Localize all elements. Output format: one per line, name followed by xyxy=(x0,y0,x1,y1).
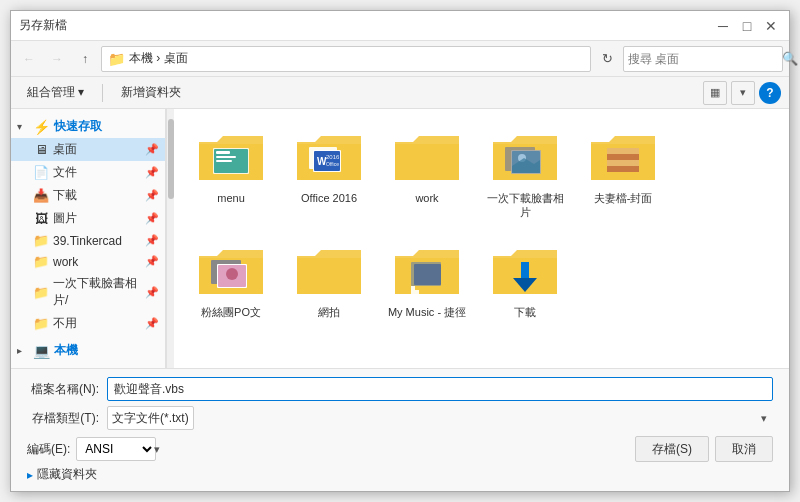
svg-rect-17 xyxy=(607,154,639,160)
file-item-fans[interactable]: 粉絲團PO文 xyxy=(186,235,276,326)
search-box: 🔍 xyxy=(623,46,783,72)
sidebar-item-fb[interactable]: 📁 一次下載臉書相片/ 📌 xyxy=(11,272,165,312)
search-icon: 🔍 xyxy=(782,51,798,66)
breadcrumb-path: 本機 › 桌面 xyxy=(129,50,188,67)
svg-rect-19 xyxy=(607,166,639,172)
filetype-row: 存檔類型(T): 文字文件(*.txt) xyxy=(27,406,773,430)
downloads-icon: 📥 xyxy=(33,188,49,203)
work-icon: 📁 xyxy=(33,254,49,269)
encoding-select-wrapper: ANSI xyxy=(76,437,166,461)
file-item-menu[interactable]: menu xyxy=(186,121,276,227)
refresh-button[interactable]: ↻ xyxy=(595,47,619,71)
close-button[interactable]: ✕ xyxy=(761,16,781,36)
svg-rect-16 xyxy=(607,148,639,154)
address-bar: ← → ↑ 📁 本機 › 桌面 ↻ 🔍 xyxy=(11,41,789,77)
file-label-downloads: 下載 xyxy=(514,305,536,319)
svg-rect-2 xyxy=(216,151,230,154)
file-label-auction: 網拍 xyxy=(318,305,340,319)
this-pc-header[interactable]: ▸ 💻 本機 xyxy=(11,339,165,362)
svg-point-23 xyxy=(226,268,238,280)
organize-button[interactable]: 組合管理 ▾ xyxy=(19,81,92,105)
folder-icon-menu xyxy=(195,128,267,188)
expand-icon: ▾ xyxy=(17,121,29,132)
filename-label: 檔案名稱(N): xyxy=(27,381,107,398)
filename-input[interactable] xyxy=(107,377,773,401)
svg-rect-4 xyxy=(216,160,232,162)
file-item-office2016[interactable]: W 2016 Office Office 2016 xyxy=(284,121,374,227)
file-item-auction[interactable]: 網拍 xyxy=(284,235,374,326)
expand-hidden-icon[interactable]: ▸ xyxy=(27,468,33,482)
minimize-button[interactable]: ─ xyxy=(713,16,733,36)
svg-rect-3 xyxy=(216,156,236,158)
sidebar-item-unused[interactable]: 📁 不用 📌 xyxy=(11,312,165,335)
file-item-fbphotos[interactable]: 一次下載臉書相片 xyxy=(480,121,570,227)
svg-rect-28 xyxy=(521,262,529,280)
folder-svg-work xyxy=(391,128,463,188)
action-buttons: 存檔(S) 取消 xyxy=(635,436,773,462)
window-title: 另存新檔 xyxy=(19,17,67,34)
back-button[interactable]: ← xyxy=(17,47,41,71)
pin-icon: 📌 xyxy=(145,143,159,156)
file-label-fbphotos: 一次下載臉書相片 xyxy=(485,191,565,220)
encoding-label: 編碼(E): xyxy=(27,441,70,458)
sidebar-item-documents[interactable]: 📄 文件 📌 xyxy=(11,161,165,184)
this-pc-section: ▸ 💻 本機 xyxy=(11,337,165,364)
sidebar-documents-label: 文件 xyxy=(53,164,141,181)
filetype-select-wrapper: 文字文件(*.txt) xyxy=(107,406,773,430)
sidebar-item-downloads[interactable]: 📥 下載 📌 xyxy=(11,184,165,207)
quick-access-label: 快速存取 xyxy=(54,118,102,135)
title-bar: 另存新檔 ─ □ ✕ xyxy=(11,11,789,41)
file-item-downloads[interactable]: 下載 xyxy=(480,235,570,326)
up-button[interactable]: ↑ xyxy=(73,47,97,71)
sidebar-downloads-label: 下載 xyxy=(53,187,141,204)
save-button[interactable]: 存檔(S) xyxy=(635,436,709,462)
view-dropdown-button[interactable]: ▾ xyxy=(731,81,755,105)
file-item-couple[interactable]: 夫妻檔-封面 xyxy=(578,121,668,227)
folder-icon-work xyxy=(391,128,463,188)
search-input[interactable] xyxy=(628,52,778,66)
breadcrumb[interactable]: 📁 本機 › 桌面 xyxy=(101,46,591,72)
folder-svg-office2016: W 2016 Office xyxy=(293,128,365,188)
fb-icon: 📁 xyxy=(33,285,49,300)
filetype-label: 存檔類型(T): xyxy=(27,410,107,427)
folder-svg-couple xyxy=(587,128,659,188)
bottom-left: 編碼(E): ANSI xyxy=(27,437,166,461)
sidebar-tinkercad-label: 39.Tinkercad xyxy=(53,234,141,248)
sidebar-item-desktop[interactable]: 🖥 桌面 📌 xyxy=(11,138,165,161)
encoding-select[interactable]: ANSI xyxy=(76,437,156,461)
file-item-mymusic[interactable]: My Music - 捷徑 xyxy=(382,235,472,326)
folder-svg-fbphotos xyxy=(489,128,561,188)
forward-button[interactable]: → xyxy=(45,47,69,71)
folder-svg-mymusic xyxy=(391,242,463,302)
svg-rect-18 xyxy=(607,160,639,166)
this-pc-icon: 💻 xyxy=(33,343,50,359)
folder-icon-auction xyxy=(293,242,365,302)
main-content: ▾ ⚡ 快速存取 🖥 桌面 📌 📄 文件 📌 xyxy=(11,109,789,368)
sidebar-item-pictures[interactable]: 🖼 圖片 📌 xyxy=(11,207,165,230)
file-label-couple: 夫妻檔-封面 xyxy=(594,191,653,205)
folder-icon-fans xyxy=(195,242,267,302)
sidebar-item-work[interactable]: 📁 work 📌 xyxy=(11,251,165,272)
pin-icon-work: 📌 xyxy=(145,255,159,268)
pin-icon-doc: 📌 xyxy=(145,166,159,179)
maximize-button[interactable]: □ xyxy=(737,16,757,36)
file-item-work[interactable]: work xyxy=(382,121,472,227)
file-label-mymusic: My Music - 捷徑 xyxy=(388,305,466,319)
folder-svg-fans xyxy=(195,242,267,302)
sidebar-work-label: work xyxy=(53,255,141,269)
file-grid: menu xyxy=(182,117,672,330)
cancel-button[interactable]: 取消 xyxy=(715,436,773,462)
view-button[interactable]: ▦ xyxy=(703,81,727,105)
sidebar-scrollbar[interactable] xyxy=(166,109,174,368)
toolbar-right: ▦ ▾ ? xyxy=(703,81,781,105)
expand-pc-icon: ▸ xyxy=(17,345,29,356)
folder-icon-couple xyxy=(587,128,659,188)
quick-access-header[interactable]: ▾ ⚡ 快速存取 xyxy=(11,115,165,138)
save-dialog: 另存新檔 ─ □ ✕ ← → ↑ 📁 本機 › 桌面 ↻ 🔍 組合管理 ▾ 新增… xyxy=(10,10,790,492)
help-button[interactable]: ? xyxy=(759,82,781,104)
sidebar-item-tinkercad[interactable]: 📁 39.Tinkercad 📌 xyxy=(11,230,165,251)
this-pc-label: 本機 xyxy=(54,342,78,359)
filetype-select[interactable]: 文字文件(*.txt) xyxy=(107,406,194,430)
unused-icon: 📁 xyxy=(33,316,49,331)
new-folder-button[interactable]: 新增資料夾 xyxy=(113,81,189,105)
